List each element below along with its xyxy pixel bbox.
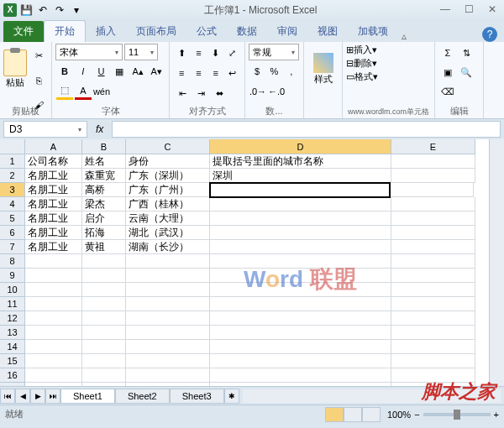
cell-E9[interactable]: [391, 269, 475, 283]
cell-D3[interactable]: [209, 182, 391, 198]
cell-A12[interactable]: [25, 311, 82, 326]
align-bottom-icon[interactable]: ⬇: [208, 44, 223, 61]
align-top-icon[interactable]: ⬆: [174, 44, 189, 61]
cell-B7[interactable]: 黄祖: [82, 240, 126, 254]
decrease-indent-icon[interactable]: ⇤: [174, 85, 191, 102]
row-header-11[interactable]: 11: [0, 297, 25, 311]
cell-D8[interactable]: [210, 254, 391, 269]
sheet-nav-next-icon[interactable]: ▶: [30, 389, 45, 404]
minimize-icon[interactable]: —: [437, 3, 454, 17]
font-color-icon[interactable]: A: [75, 83, 92, 100]
cell-A13[interactable]: [25, 326, 82, 340]
page-break-view-icon[interactable]: [362, 407, 381, 422]
merge-icon[interactable]: ⬌: [211, 85, 228, 102]
increase-decimal-icon[interactable]: .0→: [249, 83, 266, 100]
wrap-text-icon[interactable]: ↩: [225, 65, 240, 81]
row-header-5[interactable]: 5: [0, 211, 25, 226]
align-center-icon[interactable]: ≡: [191, 65, 206, 81]
cell-B15[interactable]: [82, 354, 126, 368]
cell-A2[interactable]: 名朋工业: [25, 169, 82, 183]
fill-color-icon[interactable]: ⬚: [56, 83, 73, 100]
cell-B16[interactable]: [82, 368, 126, 383]
row-header-9[interactable]: 9: [0, 269, 25, 283]
cell-C12[interactable]: [126, 311, 210, 326]
cell-D7[interactable]: [210, 240, 391, 254]
paste-button[interactable]: 粘贴: [3, 44, 27, 94]
phonetic-icon[interactable]: wén: [93, 83, 110, 100]
copy-icon[interactable]: ⎘: [30, 72, 47, 89]
fill-icon[interactable]: ▣: [439, 64, 456, 81]
cut-icon[interactable]: ✂: [30, 48, 47, 65]
cell-C9[interactable]: [126, 269, 210, 283]
column-header-C[interactable]: C: [126, 139, 210, 154]
column-header-B[interactable]: B: [82, 139, 126, 154]
sheet-tab-sheet2[interactable]: Sheet2: [115, 389, 170, 404]
tab-home[interactable]: 开始: [44, 20, 86, 42]
sheet-tab-sheet1[interactable]: Sheet1: [60, 389, 115, 404]
cell-E13[interactable]: [391, 326, 475, 340]
sheet-nav-prev-icon[interactable]: ◀: [15, 389, 30, 404]
cell-C11[interactable]: [126, 297, 210, 311]
border-icon[interactable]: ▦: [111, 63, 128, 80]
cell-C13[interactable]: [126, 326, 210, 340]
insert-cells-button[interactable]: ⊞ 插入 ▾: [346, 44, 431, 56]
cell-B17[interactable]: [82, 383, 126, 386]
row-header-10[interactable]: 10: [0, 283, 25, 297]
tab-data[interactable]: 数据: [227, 21, 267, 42]
cell-C3[interactable]: 广东（广州）: [126, 183, 210, 197]
cell-B13[interactable]: [82, 326, 126, 340]
row-header-12[interactable]: 12: [0, 311, 25, 326]
cell-D15[interactable]: [210, 354, 391, 368]
cell-E1[interactable]: [391, 154, 475, 169]
cell-D6[interactable]: [210, 226, 391, 240]
row-header-7[interactable]: 7: [0, 240, 25, 254]
zoom-level[interactable]: 100%: [387, 410, 411, 420]
cell-C7[interactable]: 湖南（长沙）: [126, 240, 210, 254]
row-header-17[interactable]: 17: [0, 383, 25, 386]
excel-icon[interactable]: X: [3, 3, 17, 17]
cell-B5[interactable]: 启介: [82, 211, 126, 226]
cell-A14[interactable]: [25, 340, 82, 354]
cell-C6[interactable]: 湖北（武汉）: [126, 226, 210, 240]
cell-B6[interactable]: 拓海: [82, 226, 126, 240]
cell-D13[interactable]: [210, 326, 391, 340]
increase-indent-icon[interactable]: ⇥: [192, 85, 209, 102]
row-header-14[interactable]: 14: [0, 340, 25, 354]
column-header-D[interactable]: D: [210, 139, 391, 154]
tab-insert[interactable]: 插入: [86, 21, 126, 42]
cell-B11[interactable]: [82, 297, 126, 311]
cell-E14[interactable]: [391, 340, 475, 354]
cell-E15[interactable]: [391, 354, 475, 368]
zoom-out-icon[interactable]: −: [414, 410, 419, 420]
comma-icon[interactable]: ,: [284, 63, 299, 80]
delete-cells-button[interactable]: ⊟ 删除 ▾: [346, 57, 431, 70]
cell-E8[interactable]: [391, 254, 475, 269]
cell-A3[interactable]: 名朋工业: [25, 183, 82, 197]
cell-A11[interactable]: [25, 297, 82, 311]
cell-D12[interactable]: [210, 311, 391, 326]
cell-E10[interactable]: [391, 283, 475, 297]
cell-C2[interactable]: 广东（深圳）: [126, 169, 210, 183]
find-icon[interactable]: 🔍: [458, 64, 475, 81]
minimize-ribbon-icon[interactable]: ▵: [398, 30, 410, 42]
align-left-icon[interactable]: ≡: [174, 65, 189, 81]
cell-D4[interactable]: [210, 197, 391, 211]
close-icon[interactable]: ✕: [484, 3, 501, 17]
cell-A10[interactable]: [25, 283, 82, 297]
shrink-font-icon[interactable]: A▾: [148, 63, 165, 80]
cell-C8[interactable]: [126, 254, 210, 269]
help-icon[interactable]: ?: [482, 27, 497, 42]
cell-B8[interactable]: [82, 254, 126, 269]
cell-B9[interactable]: [82, 269, 126, 283]
page-layout-view-icon[interactable]: [344, 407, 362, 422]
bold-button[interactable]: B: [56, 63, 73, 80]
cell-C1[interactable]: 身份: [126, 154, 210, 169]
format-cells-button[interactable]: ▭ 格式 ▾: [346, 70, 431, 83]
row-header-6[interactable]: 6: [0, 226, 25, 240]
tab-view[interactable]: 视图: [307, 21, 348, 42]
cell-C16[interactable]: [126, 368, 210, 383]
row-header-4[interactable]: 4: [0, 197, 25, 211]
cell-C14[interactable]: [126, 340, 210, 354]
row-header-16[interactable]: 16: [0, 368, 25, 383]
cell-A8[interactable]: [25, 254, 82, 269]
